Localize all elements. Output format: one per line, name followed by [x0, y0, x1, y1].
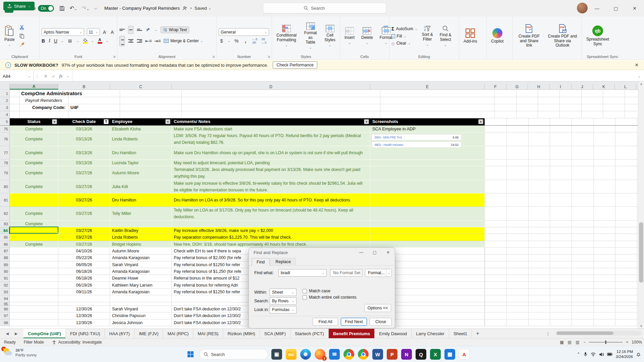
copy-icon[interactable]	[19, 33, 25, 39]
share-button[interactable]: Share⌄	[3, 2, 35, 10]
cell-check-date[interactable]: 03/13/26	[58, 146, 110, 160]
message-close-icon[interactable]: ✕	[635, 62, 639, 68]
insert-cells-button[interactable]: Insert⌄	[342, 26, 357, 45]
decrease-indent-icon[interactable]: ⇤≡	[146, 38, 151, 44]
font-size-select[interactable]: 11⌄	[87, 28, 100, 36]
row-header-77[interactable]: 77	[0, 146, 10, 160]
cell-check-date[interactable]: 06/05/26	[58, 261, 110, 268]
page-layout-icon[interactable]: ▤	[568, 340, 572, 345]
dialog-close-icon[interactable]: ✕	[381, 248, 395, 257]
grid-app-icon[interactable]: ▦	[444, 349, 455, 360]
row-header-80[interactable]: 80	[0, 180, 10, 193]
chrome-icon[interactable]	[343, 349, 354, 360]
chrome-icon-2[interactable]	[358, 349, 369, 360]
row-header-92[interactable]: 92	[0, 282, 10, 289]
dialog-minimize-icon[interactable]: —	[355, 248, 368, 257]
title-search-box[interactable]: Search	[263, 3, 386, 13]
cell-status[interactable]: Complete	[10, 207, 58, 221]
cell-status[interactable]	[10, 268, 58, 275]
row-header-87[interactable]: 87	[0, 248, 10, 254]
cell-check-date[interactable]: 03/13/26	[58, 126, 110, 132]
row-header-85[interactable]: 85	[0, 234, 10, 241]
cell-check-date[interactable]: 03/27/26	[58, 180, 110, 193]
cell-employee[interactable]: Amanda Karagosian	[110, 254, 172, 261]
filter-button-screenshots[interactable]: ▾	[478, 119, 483, 124]
cell-status[interactable]: Complete	[10, 160, 58, 166]
maximize-button[interactable]: ▢	[606, 0, 625, 16]
shrink-font-icon[interactable]: Aˇ	[110, 29, 115, 35]
find-next-button[interactable]: Find Next	[341, 318, 367, 326]
filter-button-comments[interactable]: ▾	[364, 119, 369, 124]
cell-employee[interactable]: Kathleen Mary Larsen	[110, 282, 172, 289]
cell-employee[interactable]: Deanne Howe	[110, 275, 172, 282]
row-header-81[interactable]: 81	[0, 193, 10, 207]
cell-check-date[interactable]: 03/27/26	[58, 227, 110, 234]
start-button[interactable]	[185, 349, 196, 360]
align-left-icon[interactable]	[119, 36, 125, 46]
autosave-toggle[interactable]: On	[38, 5, 54, 12]
cell-check-date[interactable]: 05/22/26	[58, 254, 110, 261]
cell-comment[interactable]: Telly Miller on LOA as of 3/17/26. Only …	[172, 207, 370, 221]
cell-status[interactable]: Complete	[10, 166, 58, 180]
wifi-icon[interactable]	[591, 352, 596, 356]
fill-color-icon[interactable]	[83, 38, 88, 44]
zoom-level[interactable]: 100%	[632, 340, 642, 345]
cell-employee[interactable]: Dru Hamilton	[110, 146, 172, 160]
format-painter-icon[interactable]	[19, 42, 25, 48]
zoom-out-icon[interactable]: −	[583, 340, 586, 345]
column-header-J[interactable]: J	[572, 84, 593, 89]
cell-screenshot[interactable]	[370, 241, 485, 248]
align-middle-icon[interactable]	[128, 26, 133, 34]
accounting-format-icon[interactable]: $	[219, 38, 224, 44]
cell-screenshot[interactable]	[370, 160, 485, 166]
cell-employee[interactable]: Autumn Moore	[110, 166, 172, 180]
scroll-up-icon[interactable]: ▲	[638, 82, 644, 85]
increase-indent-icon[interactable]: ⇥≡	[155, 38, 160, 44]
undo-button[interactable]: ↶⌄	[69, 5, 77, 11]
cell-status[interactable]	[10, 193, 58, 207]
sheet-tab-larry-chessler[interactable]: Larry Chessler	[412, 329, 449, 338]
cell-check-date[interactable]: 06/19/26	[58, 282, 110, 289]
grow-font-icon[interactable]: A^	[103, 29, 108, 35]
cell-status[interactable]	[10, 312, 58, 319]
row-header-75[interactable]: 75	[0, 126, 10, 132]
zoom-slider[interactable]	[589, 342, 623, 343]
row-header-76[interactable]: 76	[0, 132, 10, 146]
find-all-button[interactable]: Find All	[313, 318, 338, 326]
cell-status[interactable]	[10, 227, 58, 234]
row-header-86[interactable]: 86	[0, 241, 10, 248]
cell-screenshot[interactable]	[370, 234, 485, 241]
cell-employee[interactable]: Autumn Moore	[110, 248, 172, 254]
cell-employee[interactable]: Jessica Johnson	[110, 319, 172, 326]
cell-check-date[interactable]: 03/13/26	[58, 132, 110, 146]
paste-button[interactable]: Paste⌄	[2, 24, 17, 47]
row-header-90[interactable]: 90	[0, 268, 10, 275]
formula-bar-expand-icon[interactable]: ⌄	[635, 71, 644, 81]
cell-employee[interactable]: Sarah Vinyard	[110, 306, 172, 312]
row-header-96[interactable]: 96	[0, 306, 10, 312]
column-header-D[interactable]: D	[172, 84, 370, 89]
cell-employee[interactable]: Telly Miller	[110, 207, 172, 221]
delete-cells-button[interactable]: ✕ Delete⌄	[359, 26, 375, 45]
cell-screenshot[interactable]	[370, 207, 485, 221]
align-top-icon[interactable]	[119, 29, 125, 31]
desktop-app-icon[interactable]: ▣	[271, 349, 282, 360]
battery-icon[interactable]	[607, 353, 612, 356]
cell-check-date[interactable]: 03/27/26	[58, 241, 110, 248]
within-select[interactable]: Sheet⌄	[270, 289, 297, 296]
spreadsheet-sync-button[interactable]: qb Spreadsheet Sync	[584, 25, 611, 47]
sheet-tab-fdi-nr2-txu-[interactable]: FDI (NR2-TXU)	[66, 329, 105, 338]
align-center-icon[interactable]	[128, 39, 133, 43]
cell-employee[interactable]	[110, 221, 172, 227]
cell-employee[interactable]	[110, 295, 172, 302]
cell-comment[interactable]: Make sure Dru Hamilton shows up on payro…	[172, 146, 370, 160]
column-header-I[interactable]: I	[550, 84, 572, 89]
row-header-94[interactable]: 94	[0, 295, 10, 302]
cell-status[interactable]	[10, 275, 58, 282]
normal-view-icon[interactable]: ▦	[560, 340, 564, 345]
cell-screenshot[interactable]	[370, 227, 485, 234]
dialog-maximize-icon[interactable]: ▢	[368, 248, 381, 257]
sheet-tab-sheet1[interactable]: Sheet1	[449, 329, 472, 338]
cut-icon[interactable]	[19, 24, 25, 30]
check-performance-button[interactable]: Check Performance	[273, 61, 317, 69]
